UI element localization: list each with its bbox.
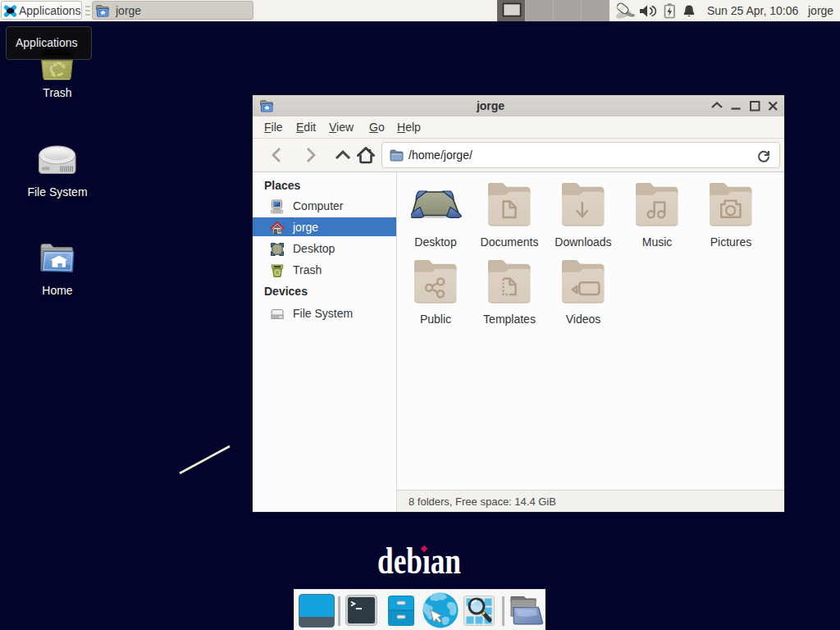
svg-text:debıan: debıan	[377, 539, 461, 582]
